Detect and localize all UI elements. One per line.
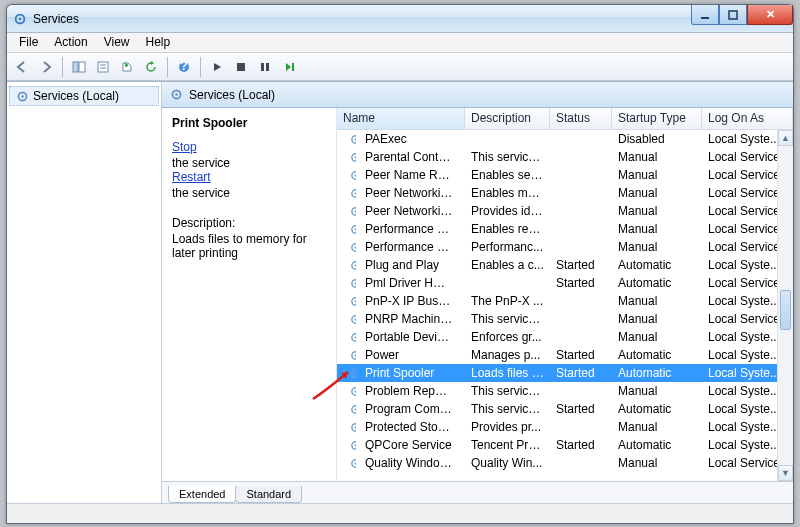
svg-rect-3 (729, 11, 737, 19)
svg-point-22 (355, 156, 356, 158)
table-row[interactable]: Peer Name Resolu...Enables serv...Manual… (337, 166, 793, 184)
svg-point-38 (355, 300, 356, 302)
gear-icon (343, 313, 356, 326)
minimize-button[interactable] (691, 5, 719, 25)
table-row[interactable]: Portable Device E...Enforces gr...Manual… (337, 328, 793, 346)
column-status[interactable]: Status (550, 108, 612, 129)
restart-service-button[interactable] (278, 56, 300, 78)
start-service-button[interactable] (206, 56, 228, 78)
svg-point-30 (355, 228, 356, 230)
cell-name: Problem Reports a... (359, 384, 459, 398)
menu-file[interactable]: File (11, 33, 46, 52)
cell-name: Parental Controls (359, 150, 459, 164)
cell-status: Started (550, 438, 612, 452)
table-row[interactable]: PAExecDisabledLocal Syste... (337, 130, 793, 148)
vertical-scrollbar[interactable]: ▲ ▼ (777, 130, 793, 481)
cell-name: QPCore Service (359, 438, 458, 452)
table-row[interactable]: Protected StorageProvides pr...ManualLoc… (337, 418, 793, 436)
svg-point-36 (355, 282, 356, 284)
table-row[interactable]: Problem Reports a...This service ...Manu… (337, 382, 793, 400)
help-button[interactable]: ? (173, 56, 195, 78)
cell-description: Enables serv... (465, 168, 550, 182)
table-row[interactable]: Print SpoolerLoads files t...StartedAuto… (337, 364, 793, 382)
table-row[interactable]: Parental ControlsThis service ...ManualL… (337, 148, 793, 166)
column-logon[interactable]: Log On As (702, 108, 793, 129)
properties-button[interactable] (92, 56, 114, 78)
svg-rect-4 (73, 62, 78, 72)
svg-rect-2 (701, 17, 709, 19)
cell-description: This service ... (465, 312, 550, 326)
table-row[interactable]: PowerManages p...StartedAutomaticLocal S… (337, 346, 793, 364)
tab-extended[interactable]: Extended (168, 486, 236, 503)
cell-description: Provides pr... (465, 420, 550, 434)
restart-link[interactable]: Restart (172, 170, 326, 184)
gear-icon (343, 295, 356, 308)
cell-name: Protected Storage (359, 420, 459, 434)
table-row[interactable]: Peer Networking ...Enables mul...ManualL… (337, 184, 793, 202)
svg-point-56 (355, 462, 356, 464)
cell-startup: Manual (612, 312, 702, 326)
svg-rect-6 (98, 62, 108, 72)
detail-panel: Print Spooler Stop the service Restart t… (162, 108, 337, 481)
tree-pane: Services (Local) (7, 82, 162, 503)
scroll-up-button[interactable]: ▲ (778, 130, 793, 146)
tab-standard[interactable]: Standard (235, 486, 302, 503)
cell-status: Started (550, 258, 612, 272)
menu-view[interactable]: View (96, 33, 138, 52)
menubar: File Action View Help (7, 33, 793, 53)
cell-name: Portable Device E... (359, 330, 459, 344)
table-row[interactable]: Peer Networking I...Provides ide...Manua… (337, 202, 793, 220)
forward-button[interactable] (35, 56, 57, 78)
cell-name: PnP-X IP Bus Enu... (359, 294, 459, 308)
window-buttons: ✕ (691, 5, 793, 25)
svg-rect-11 (237, 63, 245, 71)
table-row[interactable]: Quality Windows ...Quality Win...ManualL… (337, 454, 793, 472)
cell-startup: Manual (612, 456, 702, 470)
titlebar[interactable]: Services ✕ (7, 5, 793, 33)
column-name[interactable]: Name (337, 108, 465, 129)
scroll-down-button[interactable]: ▼ (778, 465, 793, 481)
gear-icon (343, 169, 356, 182)
gear-icon (343, 187, 356, 200)
svg-point-54 (355, 444, 356, 446)
cell-description: Quality Win... (465, 456, 550, 470)
stop-service-button[interactable] (230, 56, 252, 78)
table-row[interactable]: PNRP Machine Na...This service ...Manual… (337, 310, 793, 328)
show-hide-tree-button[interactable] (68, 56, 90, 78)
cell-description: Enables mul... (465, 186, 550, 200)
svg-point-50 (355, 408, 356, 410)
svg-point-40 (355, 318, 356, 320)
cell-name: Quality Windows ... (359, 456, 459, 470)
menu-action[interactable]: Action (46, 33, 95, 52)
close-button[interactable]: ✕ (747, 5, 793, 25)
table-row[interactable]: Program Compati...This service ...Starte… (337, 400, 793, 418)
svg-point-48 (355, 390, 356, 392)
gear-icon (343, 457, 356, 470)
maximize-button[interactable] (719, 5, 747, 25)
gear-icon (170, 88, 183, 101)
back-button[interactable] (11, 56, 33, 78)
services-window: Services ✕ File Action View Help ? (6, 4, 794, 524)
refresh-button[interactable] (140, 56, 162, 78)
table-row[interactable]: Performance Logs...Performanc...ManualLo… (337, 238, 793, 256)
cell-startup: Manual (612, 150, 702, 164)
table-row[interactable]: Performance Cou...Enables rem...ManualLo… (337, 220, 793, 238)
cell-name: Peer Networking ... (359, 186, 459, 200)
column-description[interactable]: Description (465, 108, 550, 129)
pause-service-button[interactable] (254, 56, 276, 78)
svg-point-24 (355, 174, 356, 176)
pane-title: Services (Local) (189, 88, 275, 102)
table-row[interactable]: Pml Driver HPZ12StartedAutomaticLocal Se… (337, 274, 793, 292)
table-row[interactable]: Plug and PlayEnables a c...StartedAutoma… (337, 256, 793, 274)
export-list-button[interactable] (116, 56, 138, 78)
scroll-thumb[interactable] (780, 290, 791, 330)
table-row[interactable]: PnP-X IP Bus Enu...The PnP-X ...ManualLo… (337, 292, 793, 310)
cell-name: Power (359, 348, 405, 362)
stop-link[interactable]: Stop (172, 140, 326, 154)
tree-item-services-local[interactable]: Services (Local) (9, 86, 159, 106)
column-startup[interactable]: Startup Type (612, 108, 702, 129)
table-row[interactable]: QPCore ServiceTencent Pro...StartedAutom… (337, 436, 793, 454)
menu-help[interactable]: Help (138, 33, 179, 52)
detail-title: Print Spooler (172, 116, 326, 130)
tree-item-label: Services (Local) (33, 89, 119, 103)
